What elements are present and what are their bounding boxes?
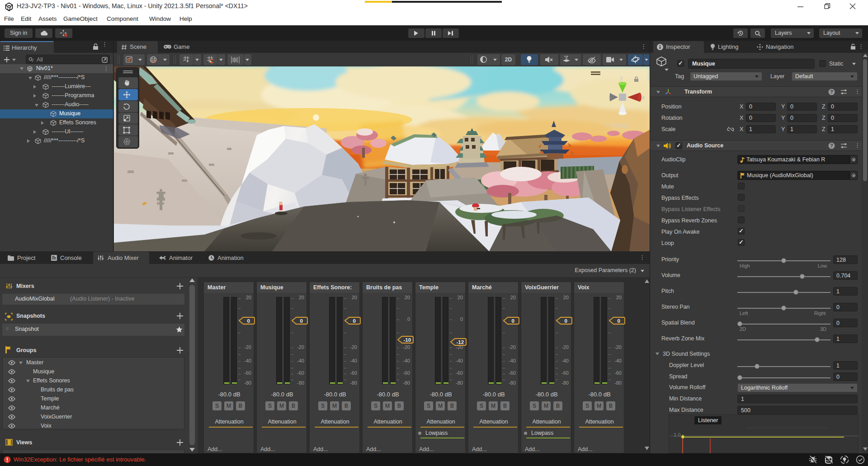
svg-text:y: y	[620, 75, 623, 81]
svg-text:0: 0	[512, 318, 514, 324]
svg-text:?: ?	[830, 143, 833, 148]
svg-text:-12: -12	[456, 339, 464, 345]
svg-text:0: 0	[353, 318, 356, 324]
svg-text:0: 0	[300, 318, 303, 324]
svg-text:0: 0	[565, 318, 567, 324]
svg-text:?: ?	[830, 89, 833, 94]
svg-text:-10: -10	[403, 337, 411, 343]
svg-text:0: 0	[618, 318, 620, 324]
svg-text:x: x	[642, 94, 645, 101]
svg-text:0: 0	[247, 318, 250, 324]
